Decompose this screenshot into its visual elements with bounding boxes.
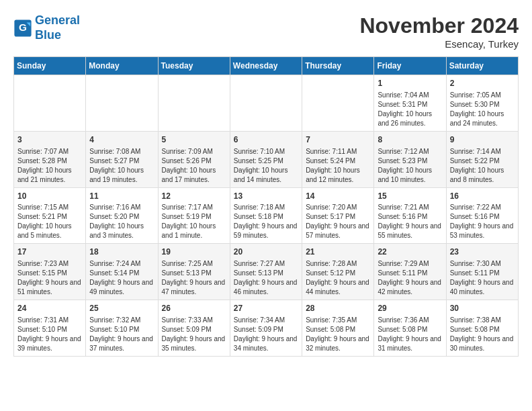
month-title: November 2024 xyxy=(359,13,519,38)
day-number: 17 xyxy=(17,246,82,258)
day-number: 16 xyxy=(450,191,515,202)
calendar-cell: 28Sunrise: 7:35 AM Sunset: 5:08 PM Dayli… xyxy=(302,300,374,357)
calendar-cell: 17Sunrise: 7:23 AM Sunset: 5:15 PM Dayli… xyxy=(14,244,86,300)
day-info: Sunrise: 7:38 AM Sunset: 5:08 PM Dayligh… xyxy=(450,316,515,353)
day-info: Sunrise: 7:32 AM Sunset: 5:10 PM Dayligh… xyxy=(89,316,154,353)
logo-text: General Blue xyxy=(35,13,80,42)
day-info: Sunrise: 7:31 AM Sunset: 5:10 PM Dayligh… xyxy=(17,316,82,353)
calendar-cell: 25Sunrise: 7:32 AM Sunset: 5:10 PM Dayli… xyxy=(86,300,158,357)
day-number: 22 xyxy=(378,246,442,258)
calendar-cell: 14Sunrise: 7:20 AM Sunset: 5:17 PM Dayli… xyxy=(302,187,374,244)
day-info: Sunrise: 7:04 AM Sunset: 5:31 PM Dayligh… xyxy=(378,91,442,128)
weekday-header: Wednesday xyxy=(230,57,302,75)
weekday-header: Friday xyxy=(374,57,446,75)
calendar-cell xyxy=(14,75,86,132)
calendar-cell: 20Sunrise: 7:27 AM Sunset: 5:13 PM Dayli… xyxy=(230,244,302,300)
calendar-cell: 7Sunrise: 7:11 AM Sunset: 5:24 PM Daylig… xyxy=(302,131,374,187)
day-info: Sunrise: 7:12 AM Sunset: 5:23 PM Dayligh… xyxy=(378,147,442,185)
day-info: Sunrise: 7:09 AM Sunset: 5:26 PM Dayligh… xyxy=(162,147,226,185)
calendar-cell: 10Sunrise: 7:15 AM Sunset: 5:21 PM Dayli… xyxy=(14,187,86,244)
day-info: Sunrise: 7:20 AM Sunset: 5:17 PM Dayligh… xyxy=(306,203,370,240)
day-info: Sunrise: 7:17 AM Sunset: 5:19 PM Dayligh… xyxy=(162,203,226,240)
location: Esencay, Turkey xyxy=(359,38,519,50)
day-number: 6 xyxy=(234,134,298,146)
calendar-cell: 21Sunrise: 7:28 AM Sunset: 5:12 PM Dayli… xyxy=(302,244,374,300)
calendar-week-row: 17Sunrise: 7:23 AM Sunset: 5:15 PM Dayli… xyxy=(14,244,519,300)
calendar-cell xyxy=(302,75,374,132)
day-info: Sunrise: 7:16 AM Sunset: 5:20 PM Dayligh… xyxy=(89,203,154,240)
day-info: Sunrise: 7:33 AM Sunset: 5:09 PM Dayligh… xyxy=(162,316,226,353)
day-number: 23 xyxy=(450,246,515,258)
day-number: 3 xyxy=(17,134,82,146)
calendar-cell: 9Sunrise: 7:14 AM Sunset: 5:22 PM Daylig… xyxy=(446,131,518,187)
day-number: 26 xyxy=(162,303,226,314)
day-info: Sunrise: 7:07 AM Sunset: 5:28 PM Dayligh… xyxy=(17,147,82,185)
day-number: 25 xyxy=(89,303,154,314)
day-info: Sunrise: 7:05 AM Sunset: 5:30 PM Dayligh… xyxy=(450,91,515,128)
calendar-cell: 26Sunrise: 7:33 AM Sunset: 5:09 PM Dayli… xyxy=(158,300,230,357)
day-number: 24 xyxy=(17,303,82,314)
calendar-cell: 4Sunrise: 7:08 AM Sunset: 5:27 PM Daylig… xyxy=(86,131,158,187)
weekday-header: Sunday xyxy=(14,57,86,75)
weekday-header: Tuesday xyxy=(158,57,230,75)
calendar-cell: 19Sunrise: 7:25 AM Sunset: 5:13 PM Dayli… xyxy=(158,244,230,300)
day-number: 1 xyxy=(378,78,442,89)
svg-text:G: G xyxy=(19,21,27,33)
weekday-header: Saturday xyxy=(446,57,518,75)
calendar-cell: 5Sunrise: 7:09 AM Sunset: 5:26 PM Daylig… xyxy=(158,131,230,187)
day-info: Sunrise: 7:10 AM Sunset: 5:25 PM Dayligh… xyxy=(234,147,298,185)
calendar-cell: 6Sunrise: 7:10 AM Sunset: 5:25 PM Daylig… xyxy=(230,131,302,187)
calendar-cell: 11Sunrise: 7:16 AM Sunset: 5:20 PM Dayli… xyxy=(86,187,158,244)
day-number: 29 xyxy=(378,303,442,314)
calendar-cell: 3Sunrise: 7:07 AM Sunset: 5:28 PM Daylig… xyxy=(14,131,86,187)
day-number: 12 xyxy=(162,191,226,202)
day-info: Sunrise: 7:08 AM Sunset: 5:27 PM Dayligh… xyxy=(89,147,154,185)
calendar-week-row: 24Sunrise: 7:31 AM Sunset: 5:10 PM Dayli… xyxy=(14,300,519,357)
day-number: 8 xyxy=(378,134,442,146)
calendar-week-row: 3Sunrise: 7:07 AM Sunset: 5:28 PM Daylig… xyxy=(14,131,519,187)
day-info: Sunrise: 7:30 AM Sunset: 5:11 PM Dayligh… xyxy=(450,259,515,297)
logo-icon: G xyxy=(13,19,32,38)
day-info: Sunrise: 7:25 AM Sunset: 5:13 PM Dayligh… xyxy=(162,259,226,297)
day-info: Sunrise: 7:22 AM Sunset: 5:16 PM Dayligh… xyxy=(450,203,515,240)
day-number: 13 xyxy=(234,191,298,202)
calendar-cell: 2Sunrise: 7:05 AM Sunset: 5:30 PM Daylig… xyxy=(446,75,518,132)
day-info: Sunrise: 7:27 AM Sunset: 5:13 PM Dayligh… xyxy=(234,259,298,297)
calendar-cell: 1Sunrise: 7:04 AM Sunset: 5:31 PM Daylig… xyxy=(374,75,446,132)
day-number: 14 xyxy=(306,191,370,202)
calendar-cell: 24Sunrise: 7:31 AM Sunset: 5:10 PM Dayli… xyxy=(14,300,86,357)
calendar-cell: 29Sunrise: 7:36 AM Sunset: 5:08 PM Dayli… xyxy=(374,300,446,357)
day-number: 15 xyxy=(378,191,442,202)
day-number: 11 xyxy=(89,191,154,202)
weekday-header: Thursday xyxy=(302,57,374,75)
calendar-cell: 18Sunrise: 7:24 AM Sunset: 5:14 PM Dayli… xyxy=(86,244,158,300)
logo: G General Blue xyxy=(13,13,80,42)
calendar-cell xyxy=(230,75,302,132)
calendar-cell: 16Sunrise: 7:22 AM Sunset: 5:16 PM Dayli… xyxy=(446,187,518,244)
day-info: Sunrise: 7:36 AM Sunset: 5:08 PM Dayligh… xyxy=(378,316,442,353)
day-info: Sunrise: 7:14 AM Sunset: 5:22 PM Dayligh… xyxy=(450,147,515,185)
day-number: 28 xyxy=(306,303,370,314)
day-info: Sunrise: 7:18 AM Sunset: 5:18 PM Dayligh… xyxy=(234,203,298,240)
day-info: Sunrise: 7:29 AM Sunset: 5:11 PM Dayligh… xyxy=(378,259,442,297)
calendar-cell: 13Sunrise: 7:18 AM Sunset: 5:18 PM Dayli… xyxy=(230,187,302,244)
day-number: 21 xyxy=(306,246,370,258)
day-number: 5 xyxy=(162,134,226,146)
page-header: G General Blue November 2024 Esencay, Tu… xyxy=(13,13,519,50)
day-info: Sunrise: 7:11 AM Sunset: 5:24 PM Dayligh… xyxy=(306,147,370,185)
calendar-cell: 15Sunrise: 7:21 AM Sunset: 5:16 PM Dayli… xyxy=(374,187,446,244)
calendar-cell: 8Sunrise: 7:12 AM Sunset: 5:23 PM Daylig… xyxy=(374,131,446,187)
calendar-week-row: 10Sunrise: 7:15 AM Sunset: 5:21 PM Dayli… xyxy=(14,187,519,244)
calendar-cell xyxy=(86,75,158,132)
day-info: Sunrise: 7:24 AM Sunset: 5:14 PM Dayligh… xyxy=(89,259,154,297)
title-block: November 2024 Esencay, Turkey xyxy=(359,13,519,50)
calendar-cell: 12Sunrise: 7:17 AM Sunset: 5:19 PM Dayli… xyxy=(158,187,230,244)
day-number: 4 xyxy=(89,134,154,146)
calendar-cell xyxy=(158,75,230,132)
day-info: Sunrise: 7:35 AM Sunset: 5:08 PM Dayligh… xyxy=(306,316,370,353)
day-number: 20 xyxy=(234,246,298,258)
calendar-header-row: SundayMondayTuesdayWednesdayThursdayFrid… xyxy=(14,57,519,75)
calendar-body: 1Sunrise: 7:04 AM Sunset: 5:31 PM Daylig… xyxy=(14,75,519,357)
calendar-table: SundayMondayTuesdayWednesdayThursdayFrid… xyxy=(13,56,519,357)
weekday-header: Monday xyxy=(86,57,158,75)
